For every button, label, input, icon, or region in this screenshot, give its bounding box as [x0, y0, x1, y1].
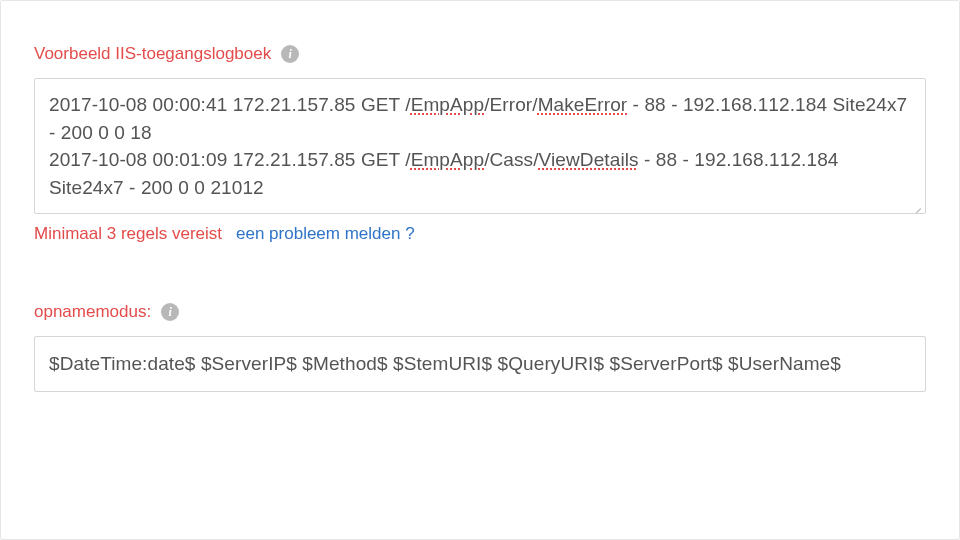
sample-log-wrap: 2017-10-08 00:00:41 172.21.157.85 GET /E… [34, 78, 926, 214]
resize-handle-icon[interactable] [908, 196, 922, 210]
sample-log-textarea[interactable]: 2017-10-08 00:00:41 172.21.157.85 GET /E… [34, 78, 926, 214]
log-line-2: 2017-10-08 00:01:09 172.21.157.85 GET /E… [49, 149, 838, 198]
log-line-1: 2017-10-08 00:00:41 172.21.157.85 GET /E… [49, 94, 907, 143]
